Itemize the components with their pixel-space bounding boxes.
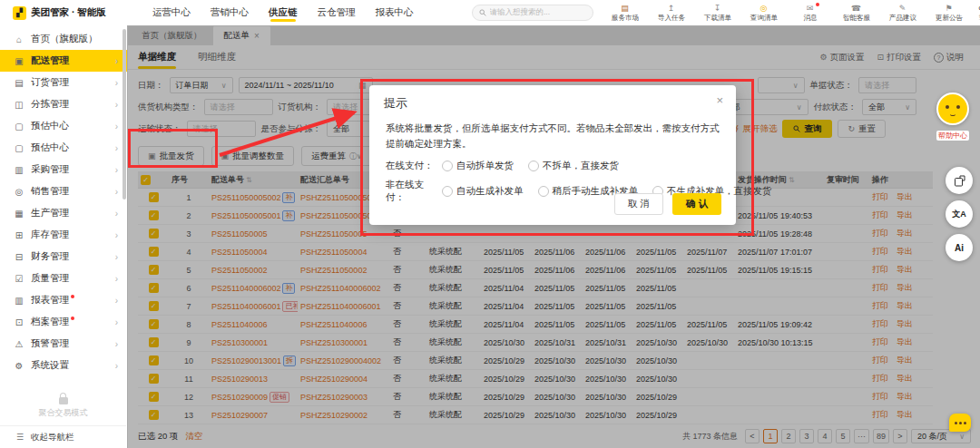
query-icon: ◎ [760,4,768,13]
notification-dot [71,317,74,320]
service-icon: ☎ [851,4,861,13]
radio-circle-icon[interactable] [528,161,539,171]
translate-icon: 文A [952,209,966,220]
forecast-icon: ▢ [14,143,24,153]
radio-circle-icon[interactable] [442,186,453,197]
guide-icon [953,174,966,188]
sorting-icon: ◫ [14,100,24,110]
radio-option[interactable]: 不拆单，直接发货 [528,160,619,172]
cancel-button[interactable]: 取 消 [614,193,663,215]
announce-icon: ⚑ [945,4,952,13]
util-message[interactable]: ✉ 消息 [793,4,828,23]
confirm-button[interactable]: 确 认 [672,193,721,215]
nav-supply-chain[interactable]: 供应链 [269,1,298,24]
guide-button[interactable] [946,167,973,194]
app-window: ▞ 美团管家 · 智能版 运营中心 营销中心 供应链 云仓管理 报表中心 请输入… [0,0,980,448]
dialog-message: 系统将批量发货，但所选单据支付方式不同。若物品未全部发出，需按支付方式提前确定处… [369,119,736,151]
util-download-list[interactable]: ↧ 下载清单 [701,4,735,23]
chevron-right-icon: › [115,143,118,153]
nav-operations-center[interactable]: 运营中心 [152,1,191,24]
chevron-right-icon: › [115,274,118,284]
collapse-nav-button[interactable]: ☰ 收起导航栏 [0,425,126,448]
lock-icon [59,397,68,404]
notification-dot [816,3,819,6]
util-update-notice[interactable]: ⚑ 更新公告 [932,4,966,23]
util-product-suggest[interactable]: ✎ 产品建议 [886,4,920,23]
purchase-icon: ▥ [14,165,24,175]
nav-marketing-center[interactable]: 营销中心 [211,1,249,24]
ai-icon: Ai [955,243,964,253]
report-icon: ▥ [14,296,24,306]
chevron-right-icon: › [115,165,118,175]
quality-icon: ☑ [14,274,24,284]
sidebar-item-inventory[interactable]: ⊞ 库存管理 › [0,224,127,246]
sidebar-item-quality[interactable]: ☑ 质量管理 › [0,268,127,289]
chevron-right-icon: › [115,187,118,197]
close-icon[interactable]: × [716,93,723,107]
chevron-right-icon: › [115,252,118,262]
suggest-icon: ✎ [899,4,906,13]
radio-option[interactable]: 自动生成补发单 [442,185,524,198]
notification-dot [71,295,74,298]
finance-icon: ⊟ [14,252,24,262]
batch-ship-dialog: 提示 × 系统将批量发货，但所选单据支付方式不同。若物品未全部发出，需按支付方式… [369,85,736,225]
search-placeholder: 请输入想搜索的... [490,7,551,18]
util-service-market[interactable]: ▤ 服务市场 [608,4,642,23]
chevron-right-icon: › [115,317,118,327]
sidebar-item-forecast-2[interactable]: ▢ 预估中心 › [0,137,127,159]
util-query-list[interactable]: ◎ 查询清单 [747,4,781,23]
import-icon: ↥ [668,4,675,13]
util-import-task[interactable]: ↥ 导入任务 [654,4,689,23]
util-smart-service[interactable]: ☎ 智能客服 [839,4,874,23]
forecast-icon: ▢ [14,122,24,131]
inventory-icon: ⊞ [14,230,24,240]
brand: ▞ 美团管家 · 智能版 [0,6,147,20]
sidebar-item-production[interactable]: ▦ 生产管理 › [0,202,127,224]
chevron-right-icon: › [115,78,118,88]
settings-icon: ⚙ [14,361,24,371]
collapse-icon: ☰ [16,433,24,442]
sidebar-item-sorting[interactable]: ◫ 分拣管理 › [0,93,127,115]
radio-circle-icon[interactable] [442,161,453,171]
global-search-input[interactable]: 请输入想搜索的... [472,5,593,21]
radio-circle-icon[interactable] [538,186,549,197]
chat-bubble-button[interactable] [949,414,971,432]
market-icon: ▤ [621,4,629,13]
chevron-right-icon: › [115,56,118,66]
sidebar-item-finance[interactable]: ⊟ 财务管理 › [0,246,127,268]
sidebar-item-settings[interactable]: ⚙ 系统设置 › [0,355,127,376]
ai-assistant-button[interactable]: Ai [946,234,973,261]
order-icon: ▤ [14,78,24,88]
translate-button[interactable]: 文A [946,200,973,228]
topbar: ▞ 美团管家 · 智能版 运营中心 营销中心 供应链 云仓管理 报表中心 请输入… [0,0,980,26]
sidebar-item-purchase[interactable]: ▥ 采购管理 › [0,159,127,180]
nav-report-center[interactable]: 报表中心 [376,1,414,24]
production-icon: ▦ [14,209,24,219]
sidebar-item-forecast-1[interactable]: ▢ 预估中心 › [0,115,127,137]
online-pay-label: 在线支付： [386,160,442,172]
sidebar-menu: ⌂ 首页（旗舰版） ▣ 配送管理 › ▤ 订货管理 › [0,25,127,376]
chevron-right-icon: › [115,122,118,131]
sidebar-item-alert[interactable]: ⚠ 预警管理 › [0,333,127,355]
sidebar: ⌂ 首页（旗舰版） ▣ 配送管理 › ▤ 订货管理 › [0,25,128,448]
radio-option[interactable]: 自动拆单发货 [442,160,514,172]
nav-cloud-warehouse[interactable]: 云仓管理 [318,1,356,24]
search-icon [479,9,486,16]
alert-icon: ⚠ [14,339,24,349]
download-icon: ↧ [714,4,721,13]
sidebar-item-archive[interactable]: ⊡ 档案管理 › [0,311,127,333]
sidebar-item-report[interactable]: ▥ 报表管理 › [0,289,127,311]
mascot-icon [936,93,969,125]
archive-icon: ⊡ [14,317,24,327]
sidebar-scrollbar[interactable] [122,29,126,200]
sidebar-item-sales[interactable]: ◎ 销售管理 › [0,180,127,202]
floating-buttons: 文A Ai [946,167,973,261]
sidebar-item-home[interactable]: ⌂ 首页（旗舰版） [0,28,127,50]
top-nav: 运营中心 营销中心 供应链 云仓管理 报表中心 [152,1,414,24]
brand-logo-icon: ▞ [13,6,26,20]
sidebar-item-delivery[interactable]: ▣ 配送管理 › [0,50,127,72]
offline-pay-label: 非在线支付： [386,179,442,204]
aggregate-trade-mode: 聚合交易模式 [0,397,126,419]
sidebar-item-ordering[interactable]: ▤ 订货管理 › [0,72,127,93]
help-center-widget[interactable]: 帮助中心 [936,93,969,141]
